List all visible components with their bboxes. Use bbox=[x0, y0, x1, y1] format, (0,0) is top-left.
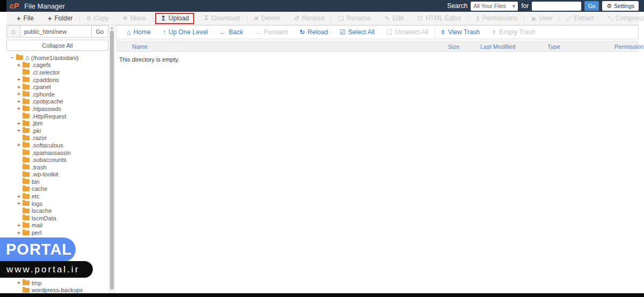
scrollbar-up-arrow[interactable]: ▴ bbox=[109, 25, 114, 31]
tree-expander[interactable]: + bbox=[17, 128, 23, 133]
toolbar-button[interactable]: Permissions bbox=[469, 12, 524, 25]
toolbar-button[interactable]: View bbox=[524, 12, 560, 25]
tree-expander[interactable]: + bbox=[17, 77, 23, 83]
tree-expander[interactable]: + bbox=[17, 99, 23, 105]
toolbar-button-icon bbox=[475, 16, 480, 21]
toolbar-button[interactable]: Edit bbox=[378, 12, 411, 25]
toolbar-button-label: Move bbox=[130, 14, 146, 22]
folder-icon bbox=[23, 106, 30, 111]
collapse-all-button[interactable]: Collapse All bbox=[6, 40, 108, 51]
nav-button[interactable]: Forward bbox=[249, 28, 294, 36]
search-input[interactable] bbox=[532, 2, 581, 11]
tree-expander[interactable]: + bbox=[17, 106, 23, 112]
toolbar-button[interactable]: Rename bbox=[332, 12, 378, 25]
tree-expander[interactable]: + bbox=[17, 222, 23, 228]
column-header-type[interactable]: Type bbox=[547, 43, 614, 50]
nav-button[interactable]: Select All bbox=[334, 28, 380, 36]
path-input-group: Go bbox=[6, 25, 108, 38]
tree-expander[interactable]: + bbox=[17, 62, 23, 68]
toolbar-button-label: View bbox=[539, 14, 553, 22]
tree-item[interactable]: + tmp bbox=[6, 279, 108, 287]
tree-item[interactable]: + logs bbox=[6, 200, 108, 207]
nav-button[interactable]: Reload bbox=[294, 28, 334, 36]
column-header-permissions[interactable]: Permissions bbox=[614, 43, 644, 50]
tree-item[interactable]: + .cagefs bbox=[6, 62, 108, 69]
tree-item-label: bin bbox=[32, 179, 40, 185]
tree-item[interactable]: .razor bbox=[6, 135, 108, 142]
toolbar-button-icon bbox=[385, 16, 390, 21]
toolbar-button[interactable]: Download bbox=[196, 12, 247, 25]
column-header-name[interactable]: Name bbox=[116, 43, 448, 50]
tree-item[interactable]: + .cpaddons bbox=[6, 76, 108, 84]
tree-item[interactable]: + .cphorde bbox=[6, 91, 108, 98]
tree-item[interactable]: .wp-toolkit bbox=[6, 171, 108, 179]
tree-item[interactable]: + .cpanel bbox=[6, 83, 108, 91]
toolbar-button[interactable]: Folder bbox=[41, 12, 80, 25]
tree-item[interactable]: + perl bbox=[6, 229, 108, 236]
scrollbar-thumb[interactable] bbox=[110, 31, 114, 289]
nav-button-icon bbox=[255, 29, 261, 35]
toolbar-button[interactable]: Move bbox=[115, 12, 153, 25]
path-input[interactable] bbox=[20, 25, 92, 38]
toolbar-button-icon bbox=[48, 15, 52, 22]
nav-button[interactable]: Back bbox=[214, 28, 249, 36]
tree-item[interactable]: + .pki bbox=[6, 127, 108, 135]
tree-item[interactable]: .HttpRequest bbox=[6, 113, 108, 120]
tree-item[interactable]: cache bbox=[6, 185, 108, 193]
search-scope-select[interactable]: All Your Files bbox=[471, 2, 518, 11]
toolbar-button[interactable]: Extract bbox=[560, 12, 601, 25]
tree-item[interactable]: + mail bbox=[6, 222, 108, 229]
toolbar-button-label: Rename bbox=[347, 14, 371, 22]
toolbar-button[interactable]: File bbox=[10, 12, 41, 25]
tree-item[interactable]: + .jbm bbox=[6, 120, 108, 127]
tree-item[interactable]: lscache bbox=[6, 207, 108, 214]
tree-expander[interactable]: − bbox=[11, 55, 16, 61]
tree-item[interactable]: − (/home1/astodani) bbox=[6, 54, 108, 62]
path-go-button[interactable]: Go bbox=[92, 25, 108, 38]
tree-expander[interactable]: + bbox=[17, 142, 23, 148]
tree-expander[interactable]: + bbox=[17, 194, 23, 199]
tree-item[interactable]: .subaccounts bbox=[6, 156, 108, 164]
folder-icon bbox=[16, 55, 23, 60]
toolbar-button[interactable]: Restore bbox=[287, 12, 332, 25]
toolbar-button[interactable]: Delete bbox=[247, 12, 287, 25]
tree-item[interactable]: bin bbox=[6, 178, 108, 185]
tree-item[interactable]: + .cpobjcache bbox=[6, 98, 108, 106]
nav-button[interactable]: Unselect All bbox=[380, 28, 434, 36]
tree-expander[interactable]: + bbox=[17, 91, 23, 97]
column-header-last-modified[interactable]: Last Modified bbox=[480, 43, 547, 50]
toolbar-button-icon bbox=[567, 16, 572, 21]
tree-item[interactable]: .trash bbox=[6, 164, 108, 171]
nav-button[interactable]: View Trash bbox=[435, 28, 486, 36]
nav-button[interactable]: Up One Level bbox=[157, 28, 214, 36]
toolbar-button[interactable]: HTML Editor bbox=[411, 12, 469, 25]
tree-item[interactable]: + .softaculous bbox=[6, 142, 108, 149]
tree-item[interactable]: .cl.selector bbox=[6, 69, 108, 76]
toolbar-button-label: Restore bbox=[302, 14, 325, 22]
tree-item[interactable]: lscmData bbox=[6, 214, 108, 222]
search-go-button[interactable]: Go bbox=[584, 1, 599, 11]
tree-expander[interactable]: + bbox=[17, 84, 23, 90]
tree-expander[interactable]: + bbox=[17, 280, 23, 286]
action-toolbar: File Folder Copy Move Upload Download De… bbox=[6, 12, 639, 25]
tree-item-label: wordpress-backups bbox=[32, 287, 83, 293]
tree-item[interactable]: wordpress-backups bbox=[6, 286, 108, 294]
nav-button[interactable]: Empty Trash bbox=[486, 28, 541, 36]
toolbar-button[interactable]: Upload bbox=[155, 13, 194, 24]
tree-item[interactable]: .spamassassin bbox=[6, 149, 108, 157]
settings-button[interactable]: Settings bbox=[602, 1, 639, 11]
toolbar-button[interactable]: Copy bbox=[80, 12, 116, 25]
nav-button[interactable]: Home bbox=[121, 28, 157, 36]
tree-item-label: .wp-toolkit bbox=[32, 171, 58, 177]
tree-expander[interactable]: + bbox=[17, 121, 23, 127]
column-header-size[interactable]: Size bbox=[448, 43, 480, 50]
folder-icon bbox=[23, 280, 30, 285]
tree-expander[interactable]: + bbox=[17, 201, 23, 206]
tree-item[interactable]: + etc bbox=[6, 192, 108, 200]
nav-button-label: Home bbox=[134, 28, 151, 36]
toolbar-button-label: HTML Editor bbox=[426, 14, 462, 22]
tree-item[interactable]: + .htpasswds bbox=[6, 105, 108, 113]
tree-item-label: .softaculous bbox=[32, 142, 63, 148]
tree-expander[interactable]: + bbox=[17, 230, 23, 236]
toolbar-button[interactable]: Compress bbox=[601, 12, 644, 25]
